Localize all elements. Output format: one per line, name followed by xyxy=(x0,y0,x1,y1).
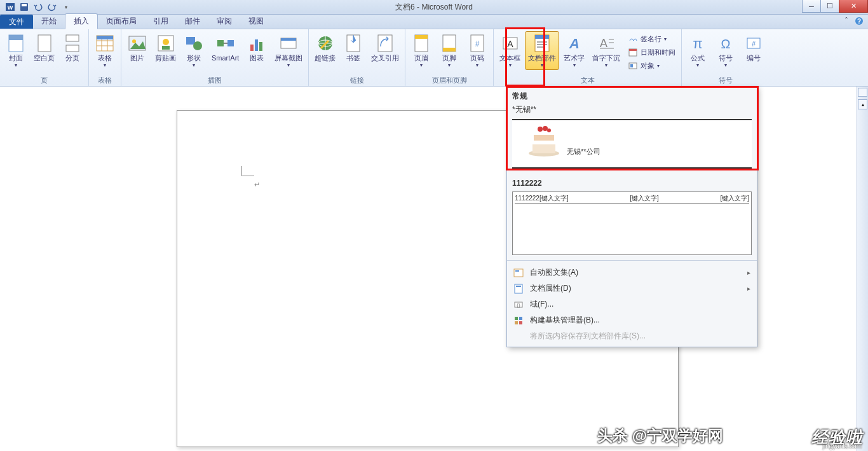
page-break-button[interactable]: 分页 xyxy=(59,31,86,64)
svg-rect-63 xyxy=(532,141,555,144)
svg-rect-65 xyxy=(534,132,554,135)
scroll-up-icon[interactable]: ▴ xyxy=(858,99,867,109)
ruler-toggle-icon[interactable] xyxy=(858,88,867,97)
group-symbols: π公式▾ Ω符号▾ #编号 符号 xyxy=(682,29,770,86)
svg-point-67 xyxy=(543,126,548,131)
svg-point-20 xyxy=(163,39,169,45)
equation-button[interactable]: π公式▾ xyxy=(684,31,711,70)
menu-save-selection: 将所选内容保存到文档部件库(S)... xyxy=(507,328,757,344)
group-header-footer: 页眉▾ 页脚▾ #页码▾ 页眉和页脚 xyxy=(405,29,494,86)
tab-layout[interactable]: 页面布局 xyxy=(98,14,145,29)
svg-text:A: A xyxy=(507,39,513,49)
group-text: A文本框▾ 文档部件▾ A艺术字▾ A首字下沉▾ 签名行▾ 日期和时间 对象▾ … xyxy=(494,29,682,86)
docprop-icon xyxy=(513,284,524,294)
clipart-button[interactable]: 剪贴画 xyxy=(152,31,179,64)
watermark-url: jingyanla.com xyxy=(823,443,862,450)
gallery-item-1[interactable]: 无锡**公司 xyxy=(512,119,752,169)
picture-button[interactable]: 图片 xyxy=(124,31,151,64)
chevron-right-icon: ▸ xyxy=(747,285,750,292)
number-button[interactable]: #编号 xyxy=(740,31,767,64)
group-links: 超链接 书签 交叉引用 链接 xyxy=(309,29,405,86)
svg-text:?: ? xyxy=(857,18,861,25)
pagenum-button[interactable]: #页码▾ xyxy=(464,31,491,70)
redo-icon[interactable] xyxy=(46,1,58,13)
svg-rect-9 xyxy=(66,35,79,41)
datetime-button[interactable]: 日期和时间 xyxy=(625,46,679,59)
object-icon xyxy=(628,60,638,71)
menu-field[interactable]: {} 域(F)... xyxy=(507,296,757,312)
svg-rect-69 xyxy=(514,269,523,277)
group-tables: 表格▾ 表格 xyxy=(89,29,121,86)
cover-page-button[interactable]: 封面▾ xyxy=(3,31,29,70)
wordart-button[interactable]: A艺术字▾ xyxy=(560,31,588,70)
field-icon: {} xyxy=(513,300,524,310)
smartart-button[interactable]: SmartArt xyxy=(208,31,242,64)
hyperlink-button[interactable]: 超链接 xyxy=(311,31,339,64)
svg-rect-25 xyxy=(227,40,234,46)
object-button[interactable]: 对象▾ xyxy=(625,59,679,72)
gallery-item-title: *无锡** xyxy=(507,103,757,118)
symbol-button[interactable]: Ω符号▾ xyxy=(712,31,739,70)
bookmark-button[interactable]: 书签 xyxy=(340,31,367,64)
quick-access-toolbar: W ▾ xyxy=(0,1,72,13)
titlebar: W ▾ 文档6 - Microsoft Word ─ ☐ ✕ xyxy=(0,0,868,15)
gallery-item-2[interactable]: 1112222[键入文字] [键入文字] [键入文字] xyxy=(512,191,752,255)
dropcap-button[interactable]: A首字下沉▾ xyxy=(589,31,623,70)
blank-page-button[interactable]: 空白页 xyxy=(31,31,58,64)
minimize-ribbon-icon[interactable]: ˆ xyxy=(841,16,851,26)
table-button[interactable]: 表格▾ xyxy=(92,31,118,70)
autotext-icon xyxy=(513,268,524,278)
header-button[interactable]: 页眉▾ xyxy=(408,31,435,70)
svg-point-23 xyxy=(193,41,202,50)
quick-parts-dropdown: 常规 *无锡** 无锡**公司 1112222 1112222[键入文字] [键… xyxy=(506,87,757,347)
svg-text:#: # xyxy=(752,40,756,48)
shapes-button[interactable]: 形状▾ xyxy=(180,31,207,70)
svg-rect-54 xyxy=(629,49,637,51)
svg-rect-76 xyxy=(519,317,522,320)
tab-mailings[interactable]: 邮件 xyxy=(177,14,208,29)
svg-rect-27 xyxy=(255,39,258,51)
svg-rect-56 xyxy=(630,64,633,67)
crossref-button[interactable]: 交叉引用 xyxy=(368,31,402,64)
tab-home[interactable]: 开始 xyxy=(33,14,65,29)
maximize-button[interactable]: ☐ xyxy=(820,0,839,13)
footer-button[interactable]: 页脚▾ xyxy=(436,31,463,70)
svg-rect-77 xyxy=(515,321,518,324)
svg-rect-21 xyxy=(162,46,170,50)
svg-rect-28 xyxy=(259,42,262,51)
ribbon-tabs: 文件 开始 插入 页面布局 引用 邮件 审阅 视图 ˆ ? xyxy=(0,15,868,29)
svg-point-18 xyxy=(132,39,136,43)
svg-text:π: π xyxy=(693,36,703,52)
svg-rect-16 xyxy=(97,36,113,39)
qat-dropdown-icon[interactable]: ▾ xyxy=(60,1,72,13)
signature-button[interactable]: 签名行▾ xyxy=(625,32,679,45)
menu-building-blocks[interactable]: 构建基块管理器(B)... xyxy=(507,312,757,328)
cake-icon xyxy=(526,125,562,157)
svg-text:A: A xyxy=(600,37,607,50)
tab-insert[interactable]: 插入 xyxy=(65,13,98,29)
vertical-scrollbar[interactable] xyxy=(857,87,868,451)
undo-icon[interactable] xyxy=(32,1,44,13)
textbox-button[interactable]: A文本框▾ xyxy=(496,31,524,70)
save-icon[interactable] xyxy=(18,1,31,13)
minimize-button[interactable]: ─ xyxy=(802,0,821,13)
tab-review[interactable]: 审阅 xyxy=(208,14,240,29)
svg-text:W: W xyxy=(8,4,13,11)
screenshot-button[interactable]: 屏幕截图▾ xyxy=(271,31,306,70)
svg-rect-75 xyxy=(515,317,518,320)
svg-rect-7 xyxy=(9,35,23,40)
tab-file[interactable]: 文件 xyxy=(0,15,33,29)
close-button[interactable]: ✕ xyxy=(839,0,868,13)
svg-rect-62 xyxy=(532,143,555,153)
tab-view[interactable]: 视图 xyxy=(240,14,272,29)
svg-rect-46 xyxy=(537,44,547,45)
word-icon[interactable]: W xyxy=(4,1,17,13)
svg-text:{}: {} xyxy=(517,302,520,308)
tab-references[interactable]: 引用 xyxy=(145,14,177,29)
menu-autotext[interactable]: 自动图文集(A)▸ xyxy=(507,265,757,281)
quick-parts-button[interactable]: 文档部件▾ xyxy=(525,31,559,70)
chart-button[interactable]: 图表 xyxy=(243,31,270,64)
menu-document-property[interactable]: 文档属性(D)▸ xyxy=(507,281,757,296)
help-icon[interactable]: ? xyxy=(854,16,864,26)
svg-rect-24 xyxy=(217,40,224,46)
